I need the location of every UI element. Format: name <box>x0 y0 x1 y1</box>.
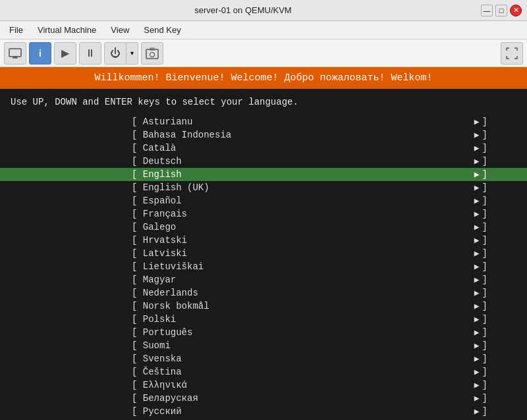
language-arrow: ▶ ] <box>474 117 527 127</box>
language-name: [ Galego <box>0 222 176 232</box>
language-item[interactable]: [ English (UK) ▶ ] <box>0 181 527 194</box>
language-arrow: ▶ ] <box>474 182 527 193</box>
power-group: ⏻ ▾ <box>104 42 138 65</box>
language-name: [ Português <box>0 327 192 338</box>
window-title: server-01 on QEMU/KVM <box>5 5 481 15</box>
language-item[interactable]: [ Latviski ▶ ] <box>0 247 527 260</box>
language-name: [ Magyar <box>0 275 176 285</box>
language-arrow: ▶ ] <box>474 327 527 338</box>
language-item[interactable]: [ Svenska ▶ ] <box>0 352 527 365</box>
language-item[interactable]: [ Português ▶ ] <box>0 326 527 339</box>
power-dropdown[interactable]: ▾ <box>126 42 138 65</box>
instruction-text: Use UP, DOWN and ENTER keys to select yo… <box>0 89 527 115</box>
language-name: [ Čeština <box>0 367 182 377</box>
menu-send-key[interactable]: Send Key <box>137 24 187 36</box>
language-name: [ Lietuviškai <box>0 261 204 272</box>
language-arrow: ▶ ] <box>474 275 527 285</box>
menu-view[interactable]: View <box>104 24 136 36</box>
snapshot-button[interactable] <box>141 42 163 65</box>
language-arrow: ▶ ] <box>474 143 527 153</box>
language-name: [ Nederlands <box>0 288 198 298</box>
language-item[interactable]: [ Asturianu ▶ ] <box>0 115 527 128</box>
language-name: [ Беларуская <box>0 393 198 404</box>
language-arrow: ▶ ] <box>474 380 527 390</box>
language-arrow: ▶ ] <box>474 209 527 219</box>
language-arrow: ▶ ] <box>474 156 527 167</box>
language-name: [ Polski <box>0 314 176 325</box>
language-list: [ Asturianu ▶ ] [ Bahasa Indonesia ▶ ] [… <box>0 115 527 420</box>
language-item[interactable]: [ Čeština ▶ ] <box>0 365 527 379</box>
language-name: [ Español <box>0 196 182 206</box>
language-name: [ English (UK) <box>0 182 209 193</box>
language-item[interactable]: [ Suomi ▶ ] <box>0 339 527 352</box>
language-name: [ Hrvatski <box>0 235 187 246</box>
language-name: [ Svenska <box>0 354 182 364</box>
menu-file[interactable]: File <box>3 24 30 36</box>
language-item[interactable]: [ English ▶ ] <box>0 168 527 181</box>
language-name: [ Norsk bokmål <box>0 301 209 311</box>
pause-button[interactable]: ⏸ <box>79 42 101 65</box>
language-arrow: ▶ ] <box>474 222 527 232</box>
language-item[interactable]: [ Français ▶ ] <box>0 207 527 221</box>
window-controls: — □ ✕ <box>481 5 522 16</box>
language-arrow: ▶ ] <box>474 169 527 180</box>
titlebar: server-01 on QEMU/KVM — □ ✕ <box>0 0 527 21</box>
language-name: [ Ελληνικά <box>0 380 187 390</box>
language-arrow: ▶ ] <box>474 261 527 272</box>
language-item[interactable]: [ Lietuviškai ▶ ] <box>0 260 527 273</box>
fullscreen-button[interactable] <box>501 42 523 65</box>
play-button[interactable]: ▶ <box>54 42 76 65</box>
maximize-button[interactable]: □ <box>495 5 507 16</box>
language-item[interactable]: [ Ελληνικά ▶ ] <box>0 379 527 392</box>
language-item[interactable]: [ Bahasa Indonesia ▶ ] <box>0 128 527 142</box>
language-name: [ Bahasa Indonesia <box>0 130 231 140</box>
language-arrow: ▶ ] <box>474 314 527 325</box>
language-name: [ Català <box>0 143 176 153</box>
monitor-button[interactable] <box>4 42 26 65</box>
language-arrow: ▶ ] <box>474 340 527 351</box>
vm-content: Willkommen! Bienvenue! Welcome! Добро по… <box>0 67 527 420</box>
language-arrow: ▶ ] <box>474 288 527 298</box>
menubar: File Virtual Machine View Send Key <box>0 21 527 39</box>
info-button[interactable]: i <box>29 42 51 65</box>
language-arrow: ▶ ] <box>474 406 527 417</box>
language-arrow: ▶ ] <box>474 301 527 311</box>
language-arrow: ▶ ] <box>474 354 527 364</box>
minimize-button[interactable]: — <box>481 5 493 16</box>
language-item[interactable]: [ Hrvatski ▶ ] <box>0 234 527 247</box>
language-item[interactable]: [ Deutsch ▶ ] <box>0 155 527 168</box>
language-item[interactable]: [ Galego ▶ ] <box>0 221 527 234</box>
language-arrow: ▶ ] <box>474 367 527 377</box>
language-name: [ Suomi <box>0 340 171 351</box>
menu-virtual-machine[interactable]: Virtual Machine <box>31 24 103 36</box>
language-name: [ Русский <box>0 406 182 417</box>
power-button[interactable]: ⏻ <box>104 42 126 65</box>
svg-rect-0 <box>9 49 21 57</box>
language-arrow: ▶ ] <box>474 196 527 206</box>
language-item[interactable]: [ Русский ▶ ] <box>0 405 527 418</box>
language-arrow: ▶ ] <box>474 130 527 140</box>
svg-point-6 <box>150 52 155 57</box>
close-button[interactable]: ✕ <box>510 5 522 16</box>
language-item[interactable]: [ Magyar ▶ ] <box>0 273 527 286</box>
language-item[interactable]: [ Català ▶ ] <box>0 142 527 155</box>
language-item[interactable]: [ Norsk bokmål ▶ ] <box>0 300 527 313</box>
language-name: [ Latviski <box>0 248 187 259</box>
toolbar: i ▶ ⏸ ⏻ ▾ <box>0 39 527 67</box>
language-name: [ English <box>0 169 182 180</box>
language-item[interactable]: [ Nederlands ▶ ] <box>0 286 527 300</box>
language-name: [ Deutsch <box>0 156 182 167</box>
language-item[interactable]: [ Беларуская ▶ ] <box>0 392 527 405</box>
language-arrow: ▶ ] <box>474 393 527 404</box>
language-item[interactable]: [ Español ▶ ] <box>0 194 527 207</box>
language-arrow: ▶ ] <box>474 235 527 246</box>
language-name: [ Asturianu <box>0 117 192 127</box>
language-item[interactable]: [ Polski ▶ ] <box>0 313 527 326</box>
welcome-banner: Willkommen! Bienvenue! Welcome! Добро по… <box>0 67 527 89</box>
language-arrow: ▶ ] <box>474 248 527 259</box>
language-name: [ Français <box>0 209 187 219</box>
